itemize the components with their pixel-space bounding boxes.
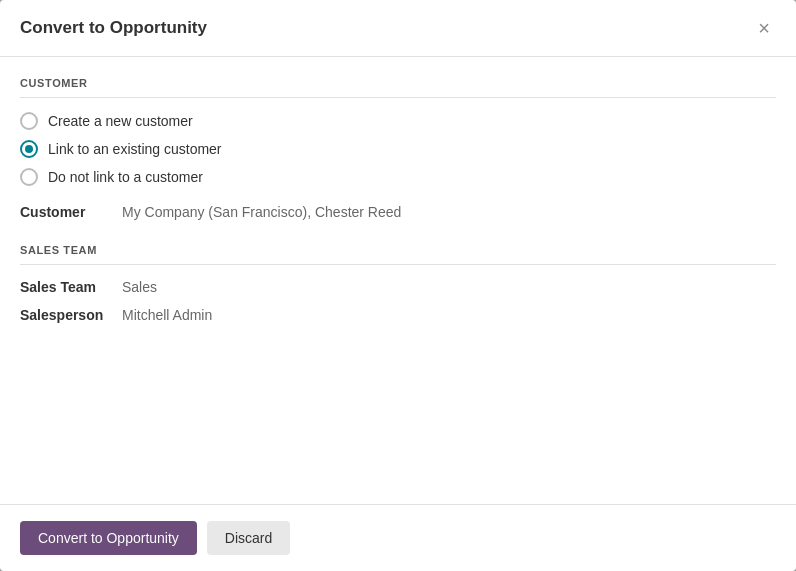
radio-no-link-label: Do not link to a customer xyxy=(48,169,203,185)
radio-no-link-input[interactable] xyxy=(20,168,38,186)
customer-section: CUSTOMER Create a new customer Link to a… xyxy=(20,77,776,220)
customer-field-label: Customer xyxy=(20,204,110,220)
modal-header: Convert to Opportunity × xyxy=(0,0,796,57)
radio-no-link[interactable]: Do not link to a customer xyxy=(20,168,776,186)
customer-field-row: Customer My Company (San Francisco), Che… xyxy=(20,204,776,220)
radio-create-new-input[interactable] xyxy=(20,112,38,130)
radio-create-new-label: Create a new customer xyxy=(48,113,193,129)
radio-link-existing[interactable]: Link to an existing customer xyxy=(20,140,776,158)
radio-link-existing-input[interactable] xyxy=(20,140,38,158)
sales-team-value: Sales xyxy=(122,279,157,295)
modal-footer: Convert to Opportunity Discard xyxy=(0,504,796,571)
salesperson-value: Mitchell Admin xyxy=(122,307,212,323)
customer-field-value: My Company (San Francisco), Chester Reed xyxy=(122,204,401,220)
convert-button[interactable]: Convert to Opportunity xyxy=(20,521,197,555)
radio-link-existing-label: Link to an existing customer xyxy=(48,141,222,157)
modal-dialog: Convert to Opportunity × CUSTOMER Create… xyxy=(0,0,796,571)
modal-overlay: Convert to Opportunity × CUSTOMER Create… xyxy=(0,0,796,571)
sales-team-section-title: SALES TEAM xyxy=(20,244,776,265)
sales-team-section: SALES TEAM Sales Team Sales Salesperson … xyxy=(20,244,776,323)
radio-create-new[interactable]: Create a new customer xyxy=(20,112,776,130)
modal-title: Convert to Opportunity xyxy=(20,18,207,38)
discard-button[interactable]: Discard xyxy=(207,521,290,555)
sales-team-label: Sales Team xyxy=(20,279,110,295)
customer-radio-group: Create a new customer Link to an existin… xyxy=(20,112,776,186)
close-button[interactable]: × xyxy=(752,16,776,40)
modal-body: CUSTOMER Create a new customer Link to a… xyxy=(0,57,796,504)
customer-section-title: CUSTOMER xyxy=(20,77,776,98)
salesperson-label: Salesperson xyxy=(20,307,110,323)
sales-team-field-row: Sales Team Sales xyxy=(20,279,776,295)
salesperson-field-row: Salesperson Mitchell Admin xyxy=(20,307,776,323)
